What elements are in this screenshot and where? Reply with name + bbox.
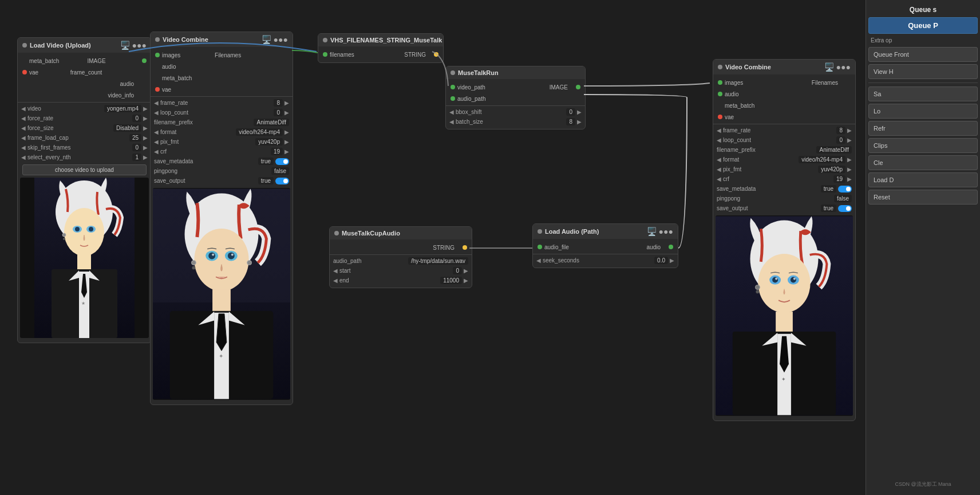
vc2-field-pix-fmt[interactable]: ◀ pix_fmt yuv420p ▶ bbox=[713, 164, 855, 174]
vc1-toggle-save-output[interactable] bbox=[275, 178, 289, 184]
vc2-field-format[interactable]: ◀ format video/h264-mp4 ▶ bbox=[713, 155, 855, 164]
vc1-fr-arrow-right[interactable]: ▶ bbox=[284, 100, 289, 106]
svg-point-22 bbox=[231, 254, 234, 256]
vc2-crf-arrow-left[interactable]: ◀ bbox=[717, 176, 721, 182]
field-select-every-nth-arrow-left[interactable]: ◀ bbox=[21, 154, 26, 160]
vc2-field-loop-count[interactable]: ◀ loop_count 0 ▶ bbox=[713, 135, 855, 145]
vc2-fname-save-output: save_output bbox=[717, 205, 767, 211]
vc1-field-frame-rate[interactable]: ◀ frame_rate 8 ▶ bbox=[151, 98, 293, 108]
vc2-pf-arrow-right[interactable]: ▶ bbox=[847, 166, 852, 172]
la-value-audio: audio bbox=[647, 244, 669, 250]
vc2-field-crf[interactable]: ◀ crf 19 ▶ bbox=[713, 174, 855, 184]
vc2-lc-arrow-left[interactable]: ◀ bbox=[717, 137, 721, 143]
field-frame-load-cap-arrow-left[interactable]: ◀ bbox=[21, 135, 26, 141]
vc1-field-save-output: save_output true bbox=[151, 176, 293, 186]
vc2-field-frame-rate[interactable]: ◀ frame_rate 8 ▶ bbox=[713, 125, 855, 135]
field-force-rate-arrow-left[interactable]: ◀ bbox=[21, 115, 26, 121]
vc1-pf-arrow-left[interactable]: ◀ bbox=[154, 139, 159, 145]
vc1-fmt-arrow-left[interactable]: ◀ bbox=[154, 129, 159, 135]
vc1-pf-arrow-right[interactable]: ▶ bbox=[284, 139, 289, 145]
field-name-video: video bbox=[27, 105, 102, 112]
field-arrow-right[interactable]: ▶ bbox=[143, 105, 148, 112]
field-frame-load-cap-arrow-right[interactable]: ▶ bbox=[143, 135, 148, 141]
vc2-fr-arrow-left[interactable]: ◀ bbox=[717, 127, 721, 133]
vc1-field-pix-fmt[interactable]: ◀ pix_fmt yuv420p ▶ bbox=[151, 137, 293, 147]
refresh-button[interactable]: Refr bbox=[868, 121, 978, 136]
vc2-lc-arrow-right[interactable]: ▶ bbox=[847, 137, 852, 143]
mtr-dot-video-path bbox=[451, 85, 455, 89]
vc2-toggle-save-meta[interactable] bbox=[838, 186, 852, 192]
vhs-dot-filenames bbox=[323, 52, 327, 57]
svg-point-20 bbox=[228, 253, 235, 260]
queue-prompt-button[interactable]: Queue P bbox=[868, 17, 978, 34]
vc2-field-save-output: save_output true bbox=[713, 203, 855, 213]
upload-video-button[interactable]: choose video to upload bbox=[22, 164, 147, 175]
vc1-crf-arrow-left[interactable]: ◀ bbox=[154, 148, 159, 155]
mtr-bbox-arrow-left[interactable]: ◀ bbox=[449, 109, 454, 115]
mtr-field-bbox-shift[interactable]: ◀ bbox_shift 0 ▶ bbox=[446, 107, 585, 117]
mtr-field-batch-size[interactable]: ◀ batch_size 8 ▶ bbox=[446, 117, 585, 127]
vc1-field-format[interactable]: ◀ format video/h264-mp4 ▶ bbox=[151, 127, 293, 137]
vc1-toggle-save-meta[interactable] bbox=[275, 158, 289, 165]
mtr-bs-arrow-right[interactable]: ▶ bbox=[577, 119, 582, 125]
field-force-size-arrow-left[interactable]: ◀ bbox=[21, 125, 26, 131]
field-skip-first-frames-arrow-left[interactable]: ◀ bbox=[21, 144, 26, 151]
vc1-crf-arrow-right[interactable]: ▶ bbox=[284, 148, 289, 155]
svg-point-37 bbox=[775, 278, 777, 280]
save-button[interactable]: Sa bbox=[868, 87, 978, 101]
mca-start-arrow-right[interactable]: ▶ bbox=[464, 268, 468, 274]
field-arrow-left[interactable]: ◀ bbox=[21, 105, 26, 112]
field-skip-first-frames[interactable]: ◀ skip_first_frames 0 ▶ bbox=[18, 143, 151, 152]
reset-button[interactable]: Reset bbox=[868, 190, 978, 205]
mca-field-end[interactable]: ◀ end 11000 ▶ bbox=[330, 276, 472, 285]
mca-end-arrow-right[interactable]: ▶ bbox=[464, 277, 468, 284]
field-video[interactable]: ◀ video yongen.mp4 ▶ bbox=[18, 104, 151, 113]
svg-rect-26 bbox=[212, 289, 231, 312]
vc2-fmt-arrow-left[interactable]: ◀ bbox=[717, 156, 721, 163]
vc2-crf-arrow-right[interactable]: ▶ bbox=[847, 176, 852, 182]
field-force-rate[interactable]: ◀ force_rate 0 ▶ bbox=[18, 113, 151, 123]
vc1-port-meta: meta_batch bbox=[151, 72, 293, 84]
load-button[interactable]: Lo bbox=[868, 104, 978, 119]
vc2-fr-arrow-right[interactable]: ▶ bbox=[847, 127, 852, 133]
video-combine-2-preview: ✦ bbox=[716, 215, 853, 416]
view-history-button[interactable]: View H bbox=[868, 64, 978, 79]
la-field-seek-seconds[interactable]: ◀ seek_seconds 0.0 ▶ bbox=[533, 256, 678, 265]
vc1-dot-filenames-out bbox=[283, 53, 288, 57]
mtr-value-image: IMAGE bbox=[550, 84, 576, 91]
field-select-every-nth[interactable]: ◀ select_every_nth 1 ▶ bbox=[18, 152, 151, 162]
vhs-value-string: STRING bbox=[404, 52, 434, 58]
field-force-size[interactable]: ◀ force_size Disabled ▶ bbox=[18, 123, 151, 133]
vc1-field-crf[interactable]: ◀ crf 19 ▶ bbox=[151, 147, 293, 156]
node-mtr-body: video_path IMAGE audio_path ◀ bbox_shift… bbox=[446, 79, 585, 129]
clear-button[interactable]: Cle bbox=[868, 155, 978, 170]
la-seek-arrow-left[interactable]: ◀ bbox=[536, 257, 541, 264]
mca-end-arrow-left[interactable]: ◀ bbox=[333, 277, 338, 284]
la-seek-arrow-right[interactable]: ▶ bbox=[670, 257, 674, 264]
mca-field-start[interactable]: ◀ start 0 ▶ bbox=[330, 266, 472, 276]
vc2-pf-arrow-left[interactable]: ◀ bbox=[717, 166, 721, 172]
vc2-value-filenames: Filenames bbox=[812, 80, 846, 86]
vc1-fr-arrow-left[interactable]: ◀ bbox=[154, 100, 159, 106]
field-select-every-nth-arrow-right[interactable]: ▶ bbox=[143, 154, 148, 160]
queue-front-button[interactable]: Queue Front bbox=[868, 47, 978, 62]
vc2-fname-pix-fmt: pix_fmt bbox=[723, 166, 816, 172]
mtr-bbox-arrow-right[interactable]: ▶ bbox=[577, 109, 582, 115]
field-skip-first-frames-arrow-right[interactable]: ▶ bbox=[143, 144, 148, 151]
field-frame-load-cap[interactable]: ◀ frame_load_cap 25 ▶ bbox=[18, 133, 151, 143]
vc1-field-loop-count[interactable]: ◀ loop_count 0 ▶ bbox=[151, 108, 293, 117]
vc1-lc-arrow-left[interactable]: ◀ bbox=[154, 109, 159, 116]
vc2-fmt-arrow-right[interactable]: ▶ bbox=[847, 156, 852, 163]
vc2-fval-format: video/h264-mp4 bbox=[799, 156, 845, 163]
clipspace-button[interactable]: Clips bbox=[868, 138, 978, 153]
vc1-lc-arrow-right[interactable]: ▶ bbox=[284, 109, 289, 116]
mca-start-arrow-left[interactable]: ◀ bbox=[333, 268, 338, 274]
vc1-fmt-arrow-right[interactable]: ▶ bbox=[284, 129, 289, 135]
mtr-bs-arrow-left[interactable]: ◀ bbox=[449, 119, 454, 125]
node-load-video: Load Video (Upload) 🖥️ ●●● meta_batch IM… bbox=[17, 37, 152, 343]
field-force-rate-arrow-right[interactable]: ▶ bbox=[143, 115, 148, 121]
vc2-toggle-save-output[interactable] bbox=[838, 205, 852, 212]
load-default-button[interactable]: Load D bbox=[868, 172, 978, 187]
node-video-combine-2-body: images Filenames audio meta_batch vae ◀ … bbox=[713, 74, 855, 421]
field-force-size-arrow-right[interactable]: ▶ bbox=[143, 125, 148, 131]
